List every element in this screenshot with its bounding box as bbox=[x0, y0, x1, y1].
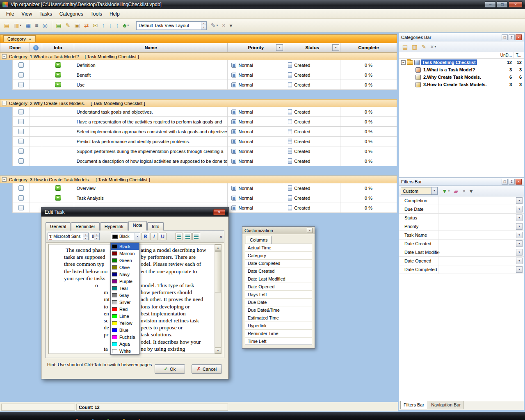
spin-up-icon[interactable]: ▲ bbox=[94, 233, 99, 237]
spin-up-icon[interactable]: ▲ bbox=[201, 22, 206, 26]
group-by-category-button[interactable]: Category ▲ bbox=[3, 35, 36, 42]
float-button[interactable]: □ bbox=[502, 179, 508, 185]
color-option-silver[interactable]: Silver bbox=[111, 299, 139, 306]
task-row[interactable]: Use Normal Created 0 % bbox=[12, 80, 397, 90]
font-spinner[interactable]: ▲▼ bbox=[83, 233, 88, 240]
spin-down-icon[interactable]: ▼ bbox=[94, 237, 99, 240]
align-right-button[interactable] bbox=[192, 233, 200, 240]
done-checkbox[interactable] bbox=[18, 62, 24, 68]
filter-dropdown-button[interactable]: ▼ bbox=[516, 206, 523, 212]
dialog-close-button[interactable]: × bbox=[213, 209, 225, 215]
dock-tab-filters-bar[interactable]: Filters Bar bbox=[400, 401, 427, 409]
done-checkbox[interactable] bbox=[18, 109, 24, 114]
dock-tab-navigation-bar[interactable]: Navigation Bar bbox=[428, 401, 464, 409]
bold-button[interactable]: B bbox=[142, 233, 149, 240]
done-checkbox[interactable] bbox=[18, 195, 24, 201]
filter-row-date-last-modifie[interactable]: Date Last Modifie ▼ bbox=[399, 248, 524, 257]
task-row[interactable]: Support performers during the implementa… bbox=[12, 146, 397, 156]
column-item-due-date[interactable]: Due Date bbox=[245, 299, 312, 306]
color-option-maroon[interactable]: Maroon bbox=[111, 250, 139, 257]
filter-row-date-created[interactable]: Date Created ▼ bbox=[399, 240, 524, 248]
column-header-done[interactable]: Done bbox=[0, 43, 30, 52]
align-left-button[interactable] bbox=[175, 233, 183, 240]
task-row[interactable]: Definition Normal Created 0 % bbox=[12, 60, 397, 70]
filter-dropdown-button[interactable]: ▼ bbox=[516, 258, 523, 264]
column-item-reminder-time[interactable]: Reminder Time bbox=[245, 330, 312, 338]
filters-options-button[interactable]: ▾ bbox=[468, 186, 474, 196]
import-button[interactable]: ↓ bbox=[107, 21, 113, 30]
collapse-icon[interactable]: − bbox=[2, 54, 7, 59]
cancel-button[interactable]: ✗ Cancel bbox=[192, 364, 222, 374]
column-item-actual-time[interactable]: Actual Time bbox=[245, 244, 312, 252]
column-header-priority[interactable]: Priority ▼ bbox=[228, 43, 284, 52]
minimize-button[interactable]: – bbox=[485, 1, 496, 8]
status-filter-button[interactable]: ▼ bbox=[332, 44, 339, 51]
delete-category-button[interactable]: × ▾ bbox=[429, 42, 438, 52]
color-option-navy[interactable]: Navy bbox=[111, 271, 139, 278]
task-row[interactable]: Understand task goals and objectives. No… bbox=[12, 107, 397, 117]
color-option-fuchsia[interactable]: Fuchsia bbox=[111, 333, 139, 340]
total-column-header[interactable]: T... bbox=[516, 53, 521, 57]
filter-dropdown-button[interactable]: ▼ bbox=[516, 266, 523, 273]
filter-dropdown-button[interactable]: ▼ bbox=[516, 215, 523, 221]
category-label[interactable]: 1.What is a Task Model? bbox=[422, 67, 476, 73]
customization-close-button[interactable]: × bbox=[307, 228, 313, 233]
filter-dropdown-button[interactable]: ▼ bbox=[516, 232, 523, 238]
menu-help[interactable]: Help bbox=[106, 9, 123, 18]
column-item-date-created[interactable]: Date Created bbox=[245, 267, 312, 275]
font-size-combo[interactable]: 8 ▲▼ bbox=[90, 233, 100, 240]
task-row[interactable]: Overview Normal Created 0 % bbox=[12, 183, 397, 193]
collapse-icon[interactable]: − bbox=[2, 101, 7, 105]
column-header-info-icon[interactable] bbox=[30, 43, 42, 52]
spin-up-icon[interactable]: ▲ bbox=[83, 233, 88, 237]
column-item-date-opened[interactable]: Date Opened bbox=[245, 283, 312, 291]
filter-row-task-name[interactable]: Task Name ▼ bbox=[399, 231, 524, 240]
filter-row-priority[interactable]: Priority ▼ bbox=[399, 222, 524, 231]
color-option-white[interactable]: White bbox=[111, 347, 139, 354]
filter-row-due-date[interactable]: Due Date ▼ bbox=[399, 205, 524, 214]
new-database-button[interactable]: ▤ bbox=[2, 21, 11, 30]
category-group-header[interactable]: − Category: 3.How to Create Task Models.… bbox=[0, 176, 397, 183]
task-row[interactable]: Task Analysis Normal Created 0 % bbox=[12, 193, 397, 203]
open-database-button[interactable]: ▥ ▾ bbox=[12, 21, 23, 30]
new-task-button[interactable]: ▤ bbox=[55, 21, 63, 30]
duplicate-task-button[interactable]: ▣ bbox=[73, 21, 82, 30]
auto-hide-pin-button[interactable]: ‡ bbox=[509, 179, 515, 185]
note-icon[interactable] bbox=[55, 195, 61, 201]
filter-dropdown-button[interactable]: ▼ bbox=[516, 197, 523, 204]
note-icon[interactable] bbox=[55, 62, 61, 68]
menu-tasks[interactable]: Tasks bbox=[36, 9, 56, 18]
done-checkbox[interactable] bbox=[18, 119, 24, 124]
column-header-complete[interactable]: Complete bbox=[340, 43, 397, 52]
apply-filter-button[interactable]: ▼ ▾ bbox=[440, 186, 451, 196]
dialog-tab-general[interactable]: General bbox=[46, 222, 71, 231]
menu-tools[interactable]: Tools bbox=[87, 9, 106, 18]
category-tree-row[interactable]: 2.Why Create Task Models. 6 6 bbox=[399, 73, 524, 81]
color-option-teal[interactable]: Teal bbox=[111, 285, 139, 292]
align-center-button[interactable] bbox=[184, 233, 192, 240]
windows-taskbar[interactable] bbox=[0, 412, 525, 420]
color-option-yellow[interactable]: Yellow bbox=[111, 320, 139, 326]
done-checkbox[interactable] bbox=[18, 139, 24, 144]
done-checkbox[interactable] bbox=[18, 82, 24, 87]
close-button[interactable]: × bbox=[509, 1, 523, 8]
maximize-button[interactable]: □ bbox=[497, 1, 508, 8]
done-checkbox[interactable] bbox=[18, 148, 24, 154]
color-option-olive[interactable]: Olive bbox=[111, 264, 139, 271]
filter-row-date-completed[interactable]: Date Completed ▼ bbox=[399, 265, 524, 274]
delete-filter-button[interactable]: × bbox=[461, 186, 467, 196]
underline-button[interactable]: U bbox=[159, 233, 167, 240]
font-family-combo[interactable]: T Microsoft Sans ▲▼ bbox=[48, 233, 89, 240]
task-row[interactable]: Predict task performance and identify po… bbox=[12, 137, 397, 146]
filter-dropdown-button[interactable]: ▼ bbox=[516, 249, 523, 256]
scroll-up-icon[interactable]: ▲ bbox=[215, 244, 221, 251]
menu-categories[interactable]: Categories bbox=[56, 9, 87, 18]
send-task-button[interactable]: ✉ bbox=[91, 21, 100, 30]
menu-view[interactable]: View bbox=[18, 9, 36, 18]
done-checkbox[interactable] bbox=[18, 205, 24, 210]
column-item-time-left[interactable]: Time Left bbox=[245, 338, 312, 345]
dialog-tab-info[interactable]: Info bbox=[147, 222, 164, 231]
new-category-button[interactable]: ▤ bbox=[401, 42, 409, 52]
customization-tab-columns[interactable]: Columns bbox=[246, 236, 272, 244]
color-option-aqua[interactable]: Aqua bbox=[111, 340, 139, 347]
